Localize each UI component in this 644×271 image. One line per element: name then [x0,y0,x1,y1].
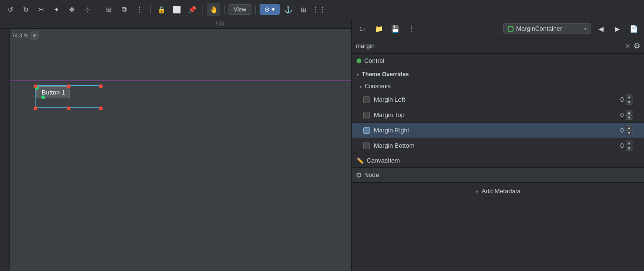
add-dropdown-icon: ▾ [272,6,275,13]
toolbar-btn-move[interactable]: ✥ [65,3,79,16]
panel-doc-btn[interactable]: 📄 [627,22,640,35]
handle-br[interactable] [99,106,103,110]
add-metadata-row[interactable]: + Add Metadata [352,182,644,200]
toolbar-sep-1 [98,5,98,14]
toolbar-sep-4 [224,5,225,14]
handle-ml-green[interactable] [41,95,45,99]
toolbar-anchor-btn[interactable]: ⚓ [282,3,295,16]
toolbar-btn-grid[interactable]: ⊞ [102,3,116,16]
control-label: Control [364,57,384,64]
toolbar-sep-3 [203,5,203,14]
handle-bl[interactable] [34,106,37,110]
margin-left-label: Margin Left [374,96,575,103]
theme-overrides-label: Theme Overrides [362,71,409,78]
panel-topbar: 🗂 📁 💾 ⋮ MarginContainer ▾ ◀ ▶ 📄 [352,19,644,38]
node-name-label: MarginContainer [516,25,562,32]
zoom-bar: 74.9 % + [12,31,39,40]
margin-top-input[interactable] [595,111,624,118]
view-button[interactable]: View [228,4,251,15]
horizontal-guide-line [10,81,351,81]
control-section-header[interactable]: Control [352,54,644,68]
margin-left-checkbox[interactable] [363,96,370,103]
panel-open-btn[interactable]: 📁 [372,22,385,35]
canvas-item-label: CanvasItem [367,157,400,164]
toolbar-btn-undo[interactable]: ↺ [4,3,17,16]
margin-top-spin-down[interactable]: ▼ [626,115,632,120]
toolbar-btn-redo[interactable]: ↻ [19,3,33,16]
margin-left-spin-down[interactable]: ▼ [626,100,632,105]
toolbar-grid-dots-btn[interactable]: ⋮⋮ [312,3,326,16]
toolbar-btn-extra1[interactable]: ⧉ [118,3,131,16]
toolbar-btn-pin[interactable]: 📌 [185,3,199,16]
handle-bm[interactable] [67,106,71,110]
margin-right-spin-down[interactable]: ▼ [626,130,632,135]
main-toolbar: ↺ ↻ ✂ ✦ ✥ ⊹ ⊞ ⧉ ⋮ 🔒 ⬜ 📌 🤚 View ⊕ ▾ ⚓ ⊞ ⋮… [0,0,644,19]
margin-bottom-label: Margin Bottom [374,142,575,149]
margin-right-input[interactable] [595,127,624,134]
circle-icon [357,173,361,177]
margin-top-spinners: ▲ ▼ [626,110,632,120]
search-clear-button[interactable]: ✕ [625,42,631,50]
panel-nav-left[interactable]: ◀ [594,22,608,35]
margin-bottom-spinners: ▲ ▼ [626,141,632,151]
toolbar-btn-hand[interactable]: 🤚 [207,3,220,16]
control-dot [357,59,361,63]
margin-right-checkbox[interactable] [363,127,370,134]
search-input[interactable] [356,42,622,49]
handle-tr[interactable] [99,84,103,88]
theme-overrides-header[interactable]: ▾ Theme Overrides [352,68,644,81]
panel-nav-right[interactable]: ▶ [610,22,624,35]
toolbar-btn-rect[interactable]: ⬜ [170,3,183,16]
pencil-icon: ✏️ [357,157,364,164]
margin-left-spin-up[interactable]: ▲ [626,94,632,99]
node-type-icon [508,26,513,32]
panel-more-btn[interactable]: ⋮ [405,22,418,35]
ruler-vertical [0,29,10,271]
constants-label: Constants [365,83,391,90]
margin-bottom-spin-down[interactable]: ▼ [626,146,632,151]
node-label: Node [364,171,379,178]
margin-right-label: Margin Right [374,127,575,134]
margin-top-value-area: ▲ ▼ [575,110,632,120]
margin-right-spin-up[interactable]: ▲ [626,125,632,130]
toolbar-btn-snap[interactable]: ✦ [50,3,63,16]
prop-row-margin-bottom: Margin Bottom ▲ ▼ [352,138,644,153]
node-selector[interactable]: MarginContainer ▾ [503,23,592,34]
handle-tm[interactable] [67,84,71,88]
panel-scene-btn[interactable]: 🗂 [356,22,369,35]
margin-left-input[interactable] [595,96,624,103]
margin-bottom-input[interactable] [595,142,624,149]
prop-row-margin-left: Margin Left ▲ ▼ [352,92,644,107]
node-selector-chevron: ▾ [584,25,587,32]
ruler-horizontal: 500 [0,19,351,29]
canvas-area: 500 74.9 % + Button 1 [0,19,351,271]
toolbar-btn-more[interactable]: ⋮ [133,3,146,16]
toolbar-btn-select[interactable]: ⊹ [81,3,94,16]
panel-search-bar: ✕ ⚙ [352,38,644,54]
toolbar-btn-cut[interactable]: ✂ [35,3,48,16]
margin-top-label: Margin Top [374,111,575,118]
margin-top-spin-up[interactable]: ▲ [626,110,632,115]
prop-row-margin-right: Margin Right ▲ ▼ [352,123,644,138]
constants-header[interactable]: ▾ Constants [352,81,644,92]
margin-bottom-value-area: ▲ ▼ [575,141,632,151]
search-filter-button[interactable]: ⚙ [633,41,640,50]
canvas-item-section-header[interactable]: ✏️ CanvasItem [352,153,644,168]
add-node-button[interactable]: ⊕ ▾ [260,4,280,15]
toolbar-grid-btn2[interactable]: ⊞ [297,3,310,16]
toolbar-btn-lock[interactable]: 🔒 [155,3,168,16]
ruler-500-label: 500 [216,21,224,26]
margin-top-checkbox[interactable] [363,112,370,118]
margin-bottom-checkbox[interactable] [363,142,370,149]
margin-bottom-spin-up[interactable]: ▲ [626,141,632,145]
handle-tl[interactable] [34,84,37,88]
node-section-header[interactable]: Node [352,168,644,182]
panel-save-btn[interactable]: 💾 [388,22,402,35]
zoom-add-button[interactable]: + [30,31,39,40]
right-panel: 🗂 📁 💾 ⋮ MarginContainer ▾ ◀ ▶ 📄 ✕ ⚙ [351,19,644,271]
margin-right-spinners: ▲ ▼ [626,125,632,135]
toolbar-sep-2 [150,5,151,14]
margin-left-spinners: ▲ ▼ [626,94,632,105]
prop-row-margin-top: Margin Top ▲ ▼ [352,107,644,123]
canvas-content: Button 1 [10,29,351,271]
